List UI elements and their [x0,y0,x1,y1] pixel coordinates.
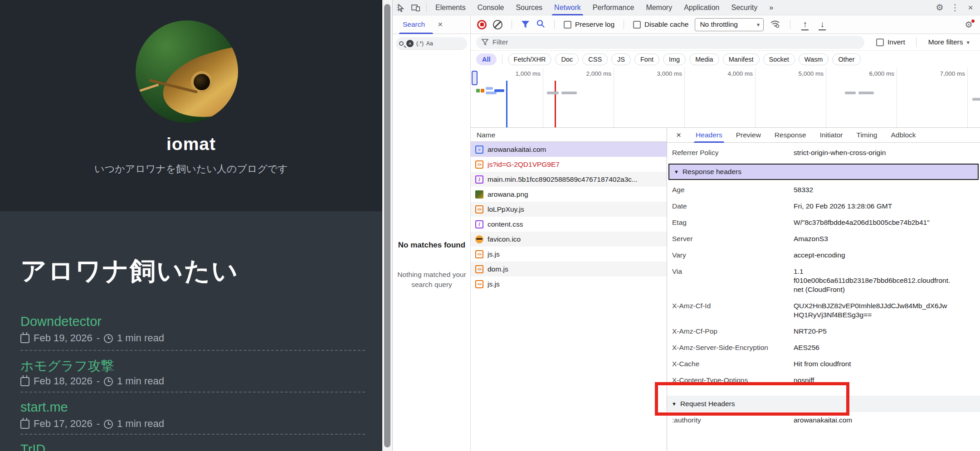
chip-wasm[interactable]: Wasm [799,53,829,65]
request-row[interactable]: <> dom.js [471,262,667,276]
request-row[interactable]: / main.min.5b1fcc8902588589c4767187402a3… [471,172,667,187]
tab-elements[interactable]: Elements [429,0,472,15]
export-har-icon[interactable]: ↓ [817,19,828,29]
tab-headers[interactable]: Headers [696,128,722,143]
blog-title: iomat [0,134,382,154]
tab-response[interactable]: Response [775,128,806,143]
request-row[interactable]: favicon.ico [471,232,667,247]
filter-row: Filter Invert More filters ▾ [471,34,980,51]
device-toolbar-icon[interactable] [408,1,424,14]
request-bar [561,92,577,94]
gridline [543,68,543,127]
chip-all[interactable]: All [476,53,497,65]
post-link[interactable]: ホモグラフ攻撃 [20,357,114,375]
search-query-input[interactable]: × (.*) Aa [396,37,467,50]
request-row[interactable]: <> js?id=G-2QD1VPG9E7 [471,157,667,172]
close-devtools-icon[interactable]: × [964,3,977,13]
tick-label: 1,000 ms [491,70,541,77]
tab-performance[interactable]: Performance [587,0,640,15]
preserve-log-checkbox[interactable] [564,21,571,29]
network-conditions-icon[interactable] [770,19,781,30]
calendar-icon [20,377,29,386]
request-row[interactable]: <> js.js [471,247,667,262]
header-value: arowanakaitai.com [794,416,951,425]
tab-console[interactable]: Console [472,0,510,15]
search-no-matches-subtitle: Nothing matched your search query [396,270,467,290]
divider [916,37,917,47]
chip-font[interactable]: Font [634,53,659,65]
tab-sources[interactable]: Sources [510,0,548,15]
request-row[interactable]: / content.css [471,217,667,232]
post-link[interactable]: start.me [20,400,68,415]
inspect-element-icon[interactable] [393,1,408,14]
page-scrollbar[interactable] [382,0,392,451]
import-har-icon[interactable]: ↑ [800,19,810,29]
collapse-triangle-icon: ▼ [674,169,679,175]
overview-selection-handle[interactable] [472,71,478,85]
divider [790,20,790,29]
header-label: :authority [672,416,794,425]
network-settings-gear-icon[interactable]: ⚙ [962,19,975,30]
post-link[interactable]: TrID [20,442,45,451]
chip-js[interactable]: JS [611,53,631,65]
invert-checkbox[interactable] [876,39,884,46]
request-bar [486,87,493,90]
request-mark [481,89,484,92]
chip-fetch-xhr[interactable]: Fetch/XHR [508,53,552,65]
chip-img[interactable]: Img [663,53,686,65]
request-row[interactable]: <> js.js [471,276,667,291]
regex-toggle[interactable]: (.*) [416,40,424,47]
header-row: X-Amz-Cf-Id QUX2HnBJZ82vEP0Imhle8JJdCJw8… [667,298,980,323]
post-link[interactable]: Downdetector [20,314,102,329]
match-case-toggle[interactable]: Aa [426,40,433,47]
response-headers-section-header[interactable]: ▼ Response headers [668,164,979,180]
chip-doc[interactable]: Doc [555,53,579,65]
tab-network[interactable]: Network [548,0,587,15]
tab-adblock[interactable]: Adblock [891,128,916,143]
tick-label: 7,000 ms [915,70,965,77]
scrollbar-thumb[interactable] [384,4,390,447]
chip-other[interactable]: Other [832,53,860,65]
clock-icon [104,420,113,429]
name-column-header[interactable]: Name [471,128,667,142]
chip-css[interactable]: CSS [582,53,608,65]
chip-manifest[interactable]: Manifest [723,53,760,65]
tab-preview[interactable]: Preview [736,128,761,143]
request-row[interactable]: <> loLPpXuy.js [471,202,667,217]
favicon-file-icon [475,235,483,243]
disable-cache-checkbox[interactable] [633,21,641,29]
tab-memory[interactable]: Memory [640,0,678,15]
more-filters-button[interactable]: More filters ▾ [928,38,970,46]
request-headers-section-header[interactable]: ▼ Request Headers [667,396,980,412]
close-search-icon[interactable]: × [438,19,443,29]
tab-timing[interactable]: Timing [856,128,877,143]
network-overview-timeline[interactable]: 1,000 ms 2,000 ms 3,000 ms 4,000 ms 5,00… [471,68,980,128]
close-details-icon[interactable]: × [676,130,681,140]
kebab-menu-icon[interactable]: ⋮ [948,2,962,13]
tab-application[interactable]: Application [678,0,725,15]
filter-input[interactable]: Filter [476,36,864,49]
request-row[interactable]: arowana.png [471,187,667,202]
request-row[interactable]: ≡ arowanakaitai.com [471,142,667,157]
request-bar [547,92,559,94]
clear-search-icon[interactable]: × [406,40,414,47]
header-value: W/"8c37b8fbdde4a206d1b005cbe74b2b41" [794,218,951,227]
chip-socket[interactable]: Socket [763,53,795,65]
settings-gear-icon[interactable]: ⚙ [933,2,946,13]
tab-security[interactable]: Security [725,0,763,15]
more-tabs-chevron[interactable]: » [763,0,779,15]
chevron-down-icon: ▾ [757,21,760,28]
stylesheet-file-icon: / [475,220,483,228]
search-network-icon[interactable] [536,19,545,30]
chip-media[interactable]: Media [689,53,719,65]
clear-network-log-button[interactable] [493,20,502,29]
tab-initiator[interactable]: Initiator [820,128,843,143]
request-details-pane: × Headers Preview Response Initiator Tim… [667,128,980,451]
header-value: strict-origin-when-cross-origin [794,148,951,157]
tab-search[interactable]: Search [403,15,425,34]
throttling-dropdown[interactable]: No throttling ▾ [695,18,764,31]
post-date: Feb 17, 2026 [34,418,93,430]
load-event-marker [555,81,556,127]
record-network-log-button[interactable] [477,20,487,29]
filter-funnel-icon[interactable] [521,20,530,29]
